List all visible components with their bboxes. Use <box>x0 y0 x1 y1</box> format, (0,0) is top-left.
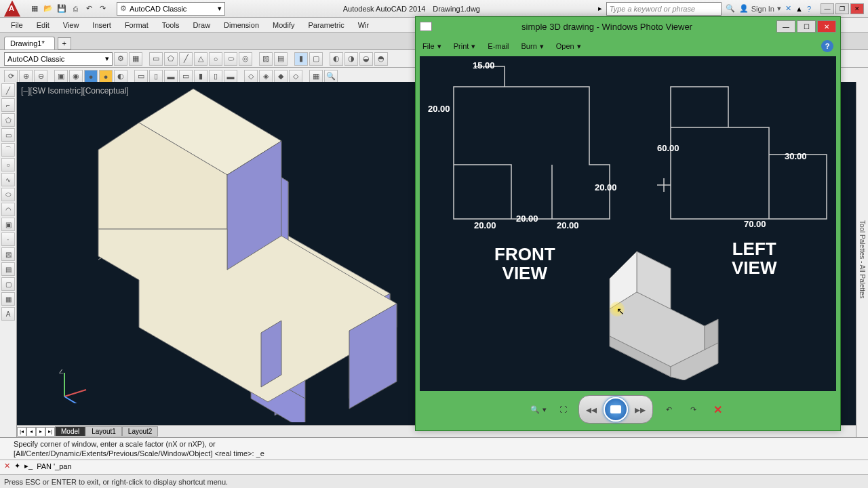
restore-icon[interactable]: ❐ <box>835 3 849 14</box>
new-tab-button[interactable]: + <box>58 37 71 49</box>
pv-help-icon[interactable]: ? <box>821 40 833 52</box>
region-tool-icon[interactable]: ▢ <box>1 277 15 291</box>
search-icon[interactable]: 🔍 <box>726 4 735 13</box>
line-icon[interactable]: ╱ <box>179 52 193 66</box>
tool-gear-icon[interactable]: ⚙ <box>114 52 127 66</box>
pv-fit-button[interactable]: ⛶ <box>554 401 572 418</box>
menu-parametric[interactable]: Parametric <box>301 20 351 30</box>
menu-tools[interactable]: Tools <box>155 20 186 30</box>
tool-j-icon[interactable]: ▯ <box>149 70 163 83</box>
menu-insert[interactable]: Insert <box>85 20 118 30</box>
text-tool-icon[interactable]: A <box>1 307 15 321</box>
signin-button[interactable]: 👤Sign In▾ <box>739 4 781 13</box>
menu-window[interactable]: Wir <box>351 20 376 30</box>
pv-menu-print[interactable]: Print▾ <box>454 42 476 51</box>
earc-tool-icon[interactable]: ◠ <box>1 203 15 216</box>
rect-icon[interactable]: ▭ <box>149 52 163 66</box>
point-tool-icon[interactable]: · <box>1 232 15 246</box>
pv-close-icon[interactable]: ✕ <box>817 20 836 33</box>
block-tool-icon[interactable]: ▣ <box>1 218 15 231</box>
misc1-icon[interactable]: ◐ <box>330 52 343 66</box>
pv-menu-burn[interactable]: Burn▾ <box>521 42 544 51</box>
menu-view[interactable]: View <box>56 20 86 30</box>
tool-k-icon[interactable]: ▬ <box>164 70 178 83</box>
tool-q-icon[interactable]: ◈ <box>259 70 273 83</box>
workspace-dropdown[interactable]: ⚙ AutoCAD Classic ▾ <box>117 2 225 16</box>
cloud-icon[interactable]: ▲ <box>795 5 803 13</box>
help-icon[interactable]: ? <box>807 5 811 13</box>
arc-tool-icon[interactable]: ⌒ <box>1 143 15 157</box>
tool-l-icon[interactable]: ▭ <box>179 70 193 83</box>
search-input[interactable]: Type a keyword or phrase <box>606 2 722 16</box>
tab-layout2[interactable]: Layout2 <box>122 426 159 436</box>
menu-draw[interactable]: Draw <box>186 20 217 30</box>
new-icon[interactable]: ▦ <box>28 3 41 15</box>
grad-tool-icon[interactable]: ▤ <box>1 262 15 276</box>
tool-p-icon[interactable]: ◇ <box>244 70 258 83</box>
pv-maximize-icon[interactable]: ☐ <box>797 20 816 33</box>
pv-rotate-ccw-button[interactable]: ↶ <box>660 401 677 418</box>
misc3-icon[interactable]: ◒ <box>359 52 373 66</box>
save-icon[interactable]: 💾 <box>56 3 68 15</box>
tool-d-icon[interactable]: ▣ <box>54 70 68 83</box>
pv-next-button[interactable]: ▸▸ <box>635 403 646 416</box>
tool-i-icon[interactable]: ▭ <box>134 70 148 83</box>
box-icon[interactable]: ▢ <box>309 52 323 66</box>
document-tab[interactable]: Drawing1* <box>4 37 55 49</box>
tri-icon[interactable]: △ <box>194 52 208 66</box>
grad-icon[interactable]: ▤ <box>274 52 288 66</box>
tool-t-icon[interactable]: ▦ <box>309 70 323 83</box>
hatch-icon[interactable]: ▨ <box>259 52 273 66</box>
tab-model[interactable]: Model <box>55 426 85 436</box>
tool-h-icon[interactable]: ◐ <box>114 70 127 83</box>
minimize-icon[interactable]: — <box>821 3 834 14</box>
exchange-icon[interactable]: ✕ <box>785 4 791 13</box>
pv-rotate-cw-button[interactable]: ↷ <box>684 401 702 418</box>
tool-a-icon[interactable]: ⟳ <box>4 70 18 83</box>
tool-f-icon[interactable]: ● <box>84 70 98 83</box>
pv-slideshow-button[interactable] <box>604 397 628 422</box>
ellipse-tool-icon[interactable]: ⬭ <box>1 188 15 201</box>
line-tool-icon[interactable]: ╱ <box>1 83 15 97</box>
menu-dimension[interactable]: Dimension <box>217 20 266 30</box>
hatch-tool-icon[interactable]: ▨ <box>1 247 15 261</box>
open-icon[interactable]: 📂 <box>42 3 54 15</box>
layer-dropdown[interactable]: AutoCAD Classic▾ <box>4 52 113 66</box>
menu-edit[interactable]: Edit <box>30 20 56 30</box>
undo-icon[interactable]: ↶ <box>83 3 95 15</box>
tool-palettes[interactable]: Tool Palettes - All Palettes <box>856 82 868 437</box>
circle-tool-icon[interactable]: ○ <box>1 158 15 171</box>
tool-r-icon[interactable]: ◆ <box>274 70 288 83</box>
pv-delete-button[interactable]: ✕ <box>709 401 726 418</box>
arrow-icon[interactable]: ▸ <box>598 4 602 13</box>
command-window[interactable]: Specify corner of window, enter a scale … <box>0 437 868 474</box>
donut-icon[interactable]: ◎ <box>239 52 252 66</box>
rect-tool-icon[interactable]: ▭ <box>1 128 15 142</box>
close-icon[interactable]: ✕ <box>850 3 864 14</box>
tool-m-icon[interactable]: ▮ <box>194 70 208 83</box>
tool-e-icon[interactable]: ◉ <box>69 70 83 83</box>
pv-menu-email[interactable]: E-mail <box>488 42 509 50</box>
pv-minimize-icon[interactable]: — <box>776 20 795 33</box>
pv-menu-open[interactable]: Open▾ <box>556 42 581 51</box>
poly-icon[interactable]: ⬠ <box>164 52 178 66</box>
poly-tool-icon[interactable]: ⬠ <box>1 113 15 127</box>
tool-n-icon[interactable]: ▯ <box>209 70 222 83</box>
redo-icon[interactable]: ↷ <box>96 3 108 15</box>
tab-nav[interactable]: |◂◂▸▸| <box>17 427 55 436</box>
misc4-icon[interactable]: ◓ <box>374 52 388 66</box>
plot-icon[interactable]: ⎙ <box>69 3 81 15</box>
spline-tool-icon[interactable]: ∿ <box>1 173 15 186</box>
table-tool-icon[interactable]: ▦ <box>1 292 15 306</box>
tool-c-icon[interactable]: ⊖ <box>34 70 47 83</box>
menu-format[interactable]: Format <box>118 20 155 30</box>
misc2-icon[interactable]: ◑ <box>344 52 358 66</box>
close-cmd-icon[interactable]: ✕ <box>4 462 10 470</box>
tab-layout1[interactable]: Layout1 <box>85 426 122 436</box>
pv-zoom-button[interactable]: 🔍 ▾ <box>530 401 547 418</box>
pv-prev-button[interactable]: ◂◂ <box>586 403 597 416</box>
region-icon[interactable]: ▮ <box>294 52 308 66</box>
pline-tool-icon[interactable]: ⌐ <box>1 98 15 112</box>
ellipse-icon[interactable]: ⬭ <box>224 52 237 66</box>
menu-modify[interactable]: Modify <box>266 20 301 30</box>
